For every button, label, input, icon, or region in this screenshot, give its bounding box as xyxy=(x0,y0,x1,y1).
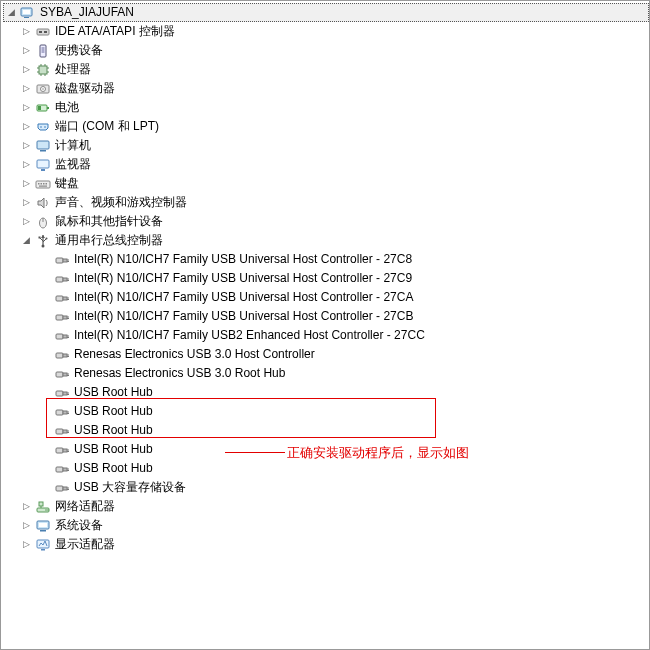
usb-plug-icon xyxy=(53,347,71,363)
expand-toggle-icon[interactable]: ◢ xyxy=(6,7,17,18)
tree-category[interactable]: ▷ 系统设备 xyxy=(3,516,649,535)
cpu-icon xyxy=(34,62,52,78)
usb-plug-icon xyxy=(53,271,71,287)
tree-device[interactable]: Intel(R) N10/ICH7 Family USB Universal H… xyxy=(3,288,649,307)
tree-device-label: USB Root Hub xyxy=(74,402,153,421)
tree-device[interactable]: Intel(R) N10/ICH7 Family USB Universal H… xyxy=(3,250,649,269)
tree-device[interactable]: Intel(R) N10/ICH7 Family USB Universal H… xyxy=(3,269,649,288)
expand-toggle-icon[interactable]: ▷ xyxy=(21,159,32,170)
usb-plug-icon xyxy=(53,461,71,477)
svg-rect-43 xyxy=(56,258,63,263)
tree-category-label: 声音、视频和游戏控制器 xyxy=(55,193,187,212)
svg-rect-72 xyxy=(63,392,67,395)
expand-toggle-icon[interactable]: ▷ xyxy=(21,216,32,227)
tree-category[interactable]: ▷ 显示适配器 xyxy=(3,535,649,554)
svg-point-19 xyxy=(42,88,44,90)
tree-category[interactable]: ▷ 鼠标和其他指针设备 xyxy=(3,212,649,231)
tree-category[interactable]: ▷ 端口 (COM 和 LPT) xyxy=(3,117,649,136)
tree-category[interactable]: ▷ IDE ATA/ATAPI 控制器 xyxy=(3,22,649,41)
port-icon xyxy=(34,119,52,135)
expand-toggle-icon[interactable]: ▷ xyxy=(21,140,32,151)
usb-icon xyxy=(34,233,52,249)
tree-device[interactable]: Renesas Electronics USB 3.0 Host Control… xyxy=(3,345,649,364)
usb-plug-icon xyxy=(53,442,71,458)
svg-rect-60 xyxy=(63,335,67,338)
tree-device[interactable]: USB Root Hub xyxy=(3,402,649,421)
tree-device[interactable]: USB Root Hub xyxy=(3,459,649,478)
expand-toggle-icon[interactable]: ▷ xyxy=(21,197,32,208)
tree-category[interactable]: ▷ 处理器 xyxy=(3,60,649,79)
svg-rect-80 xyxy=(63,430,67,433)
tree-category[interactable]: ▷ 网络适配器 xyxy=(3,497,649,516)
tree-category-label: 计算机 xyxy=(55,136,91,155)
svg-rect-96 xyxy=(39,502,43,506)
tree-device-label: Intel(R) N10/ICH7 Family USB Universal H… xyxy=(74,269,412,288)
svg-rect-68 xyxy=(63,373,67,376)
expand-toggle-icon[interactable]: ▷ xyxy=(21,45,32,56)
svg-point-42 xyxy=(46,237,48,239)
expand-toggle-icon[interactable]: ▷ xyxy=(21,520,32,531)
svg-point-98 xyxy=(45,509,47,511)
tree-device-label: USB Root Hub xyxy=(74,459,153,478)
tree-category[interactable]: ◢ 通用串行总线控制器 xyxy=(3,231,649,250)
tree-category[interactable]: ▷ 计算机 xyxy=(3,136,649,155)
collapse-toggle-icon[interactable]: ◢ xyxy=(21,235,32,246)
tree-category-label: 电池 xyxy=(55,98,79,117)
svg-rect-32 xyxy=(43,183,45,185)
svg-rect-8 xyxy=(39,66,47,74)
expand-toggle-icon[interactable]: ▷ xyxy=(21,26,32,37)
tree-category[interactable]: ▷ 声音、视频和游戏控制器 xyxy=(3,193,649,212)
tree-device[interactable]: USB Root Hub xyxy=(3,440,649,459)
svg-rect-84 xyxy=(63,449,67,452)
svg-rect-34 xyxy=(39,185,47,186)
svg-rect-40 xyxy=(39,236,41,238)
tree-category[interactable]: ▷ 便携设备 xyxy=(3,41,649,60)
expand-toggle-icon[interactable]: ▷ xyxy=(21,121,32,132)
svg-rect-87 xyxy=(56,467,63,472)
tree-device[interactable]: USB Root Hub xyxy=(3,421,649,440)
svg-rect-4 xyxy=(39,31,42,33)
svg-rect-51 xyxy=(56,296,63,301)
expand-toggle-icon[interactable]: ▷ xyxy=(21,83,32,94)
svg-rect-75 xyxy=(56,410,63,415)
expand-toggle-icon[interactable]: ▷ xyxy=(21,539,32,550)
tree-category-label: 磁盘驱动器 xyxy=(55,79,115,98)
tree-category[interactable]: ▷ 键盘 xyxy=(3,174,649,193)
tree-device-label: USB Root Hub xyxy=(74,421,153,440)
tree-device[interactable]: USB Root Hub xyxy=(3,383,649,402)
tree-root[interactable]: ◢ SYBA_JIAJUFAN xyxy=(3,3,649,22)
tree-category-label: 端口 (COM 和 LPT) xyxy=(55,117,159,136)
tree-category[interactable]: ▷ 磁盘驱动器 xyxy=(3,79,649,98)
svg-point-23 xyxy=(40,126,42,128)
tree-category-label: 便携设备 xyxy=(55,41,103,60)
expand-toggle-icon[interactable]: ▷ xyxy=(21,102,32,113)
expand-toggle-icon[interactable]: ▷ xyxy=(21,501,32,512)
usb-plug-icon xyxy=(53,252,71,268)
svg-rect-52 xyxy=(63,297,67,300)
svg-rect-27 xyxy=(37,160,49,168)
svg-rect-67 xyxy=(56,372,63,377)
mouse-icon xyxy=(34,214,52,230)
tree-category[interactable]: ▷ 监视器 xyxy=(3,155,649,174)
tree-device-label: USB 大容量存储设备 xyxy=(74,478,186,497)
svg-rect-33 xyxy=(46,183,48,185)
tree-device[interactable]: Renesas Electronics USB 3.0 Root Hub xyxy=(3,364,649,383)
tree-device-label: Intel(R) N10/ICH7 Family USB Universal H… xyxy=(74,250,412,269)
svg-point-24 xyxy=(44,126,46,128)
tree-category-label: 鼠标和其他指针设备 xyxy=(55,212,163,231)
tree-device-label: Intel(R) N10/ICH7 Family USB2 Enhanced H… xyxy=(74,326,425,345)
expand-toggle-icon[interactable]: ▷ xyxy=(21,64,32,75)
tree-device[interactable]: Intel(R) N10/ICH7 Family USB Universal H… xyxy=(3,307,649,326)
svg-rect-7 xyxy=(42,47,45,53)
tree-category-label: 通用串行总线控制器 xyxy=(55,231,163,250)
svg-rect-83 xyxy=(56,448,63,453)
expand-toggle-icon[interactable]: ▷ xyxy=(21,178,32,189)
svg-rect-30 xyxy=(38,183,40,185)
ide-icon xyxy=(34,24,52,40)
tree-device[interactable]: Intel(R) N10/ICH7 Family USB2 Enhanced H… xyxy=(3,326,649,345)
tree-device[interactable]: USB 大容量存储设备 xyxy=(3,478,649,497)
svg-rect-2 xyxy=(24,17,29,18)
svg-rect-71 xyxy=(56,391,63,396)
tree-category[interactable]: ▷ 电池 xyxy=(3,98,649,117)
usb-plug-icon xyxy=(53,385,71,401)
